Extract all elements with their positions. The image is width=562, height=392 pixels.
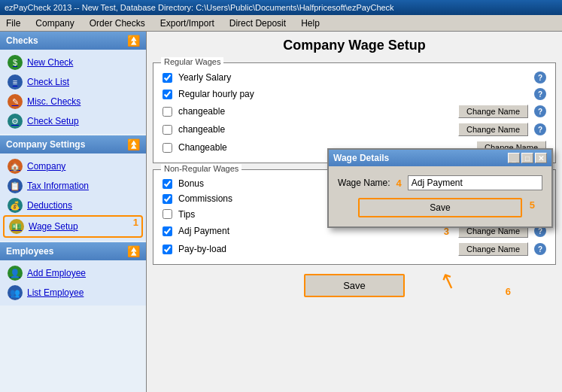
wage-row-pay-by-load: Pay-by-load Change Name ? [163,240,546,258]
annotation-5: 5 [530,199,535,211]
sidebar-item-company[interactable]: 🏠 Company [3,156,143,176]
sidebar-section-company-settings-header[interactable]: Company Settings ⏫ [0,135,146,153]
regular-hourly-help-icon[interactable]: ? [534,88,546,100]
content-area: Company Wage Setup Regular Wages Yearly … [147,32,562,392]
sidebar-item-tax-information[interactable]: 📋 Tax Information [3,176,143,196]
annotation-6: 6 [506,286,511,297]
wage-row-changeable1: changeable Change Name ? [163,102,546,120]
dialog-save-row: Save 5 [338,198,542,217]
regular-hourly-checkbox[interactable] [163,90,172,99]
wage-name-input[interactable] [408,175,542,190]
sidebar-item-wage-setup[interactable]: 💵 Wage Setup 1 [3,215,143,238]
dialog-field-row: Wage Name: 4 [338,175,542,190]
pay-by-load-checkbox[interactable] [163,245,172,254]
title-bar-text: ezPayCheck 2013 -- New Test, Database Di… [5,3,557,12]
wage-name-label: Wage Name: [338,178,390,188]
sidebar-item-check-setup[interactable]: ⚙ Check Setup [3,111,143,131]
employees-collapse-icon: ⏫ [127,245,140,257]
dialog-controls: _ □ ✕ [508,153,547,163]
checks-items: $ New Check ≡ Check List ✎ Misc. Checks … [0,50,146,134]
dialog-title: Wage Details [333,153,389,163]
page-title: Company Wage Setup [153,38,556,53]
pay-by-load-help-icon[interactable]: ? [534,243,546,255]
changeable1-checkbox[interactable] [163,107,172,117]
sidebar-item-misc-checks[interactable]: ✎ Misc. Checks [3,92,143,111]
pay-by-load-change-name-btn[interactable]: Change Name [458,242,528,256]
sidebar: Checks ⏫ $ New Check ≡ Check List ✎ Misc… [0,32,147,392]
dialog-save-button[interactable]: Save [358,198,522,217]
menu-direct-deposit[interactable]: Direct Deposit [226,17,289,29]
wage-row-regular-hourly: Regular hourly pay ? [163,86,546,102]
dialog-body: Wage Name: 4 Save 5 [329,166,551,226]
menu-bar: File Company Order Checks Export/Import … [0,15,562,32]
wage-details-dialog: Wage Details _ □ ✕ Wage Name: 4 Save 5 [327,148,553,228]
check-setup-icon: ⚙ [8,114,23,129]
wage-row-yearly-salary: Yearly Salary ? [163,69,546,86]
menu-order-checks[interactable]: Order Checks [87,17,148,29]
sidebar-section-checks: Checks ⏫ $ New Check ≡ Check List ✎ Misc… [0,32,146,134]
list-employee-icon: 👥 [8,285,23,300]
checks-collapse-icon: ⏫ [127,35,140,47]
sidebar-item-add-employee[interactable]: 👤 Add Employee [3,263,143,283]
changeable2-label: changeable [178,124,452,135]
changeable2-change-name-btn[interactable]: Change Name [458,123,528,136]
check-list-icon: ≡ [8,74,23,90]
non-regular-wages-label: Non-Regular Wages [161,164,242,173]
annotation-4: 4 [396,178,402,189]
wage-row-changeable2: changeable Change Name ? [163,120,546,138]
regular-hourly-label: Regular hourly pay [178,89,528,99]
sidebar-item-check-list[interactable]: ≡ Check List [3,72,143,92]
main-save-button[interactable]: Save [304,274,405,297]
save-area: Save 6 [153,274,556,297]
menu-company[interactable]: Company [32,17,77,29]
commissions-checkbox[interactable] [163,194,172,204]
sidebar-section-checks-header[interactable]: Checks ⏫ [0,32,146,50]
sidebar-section-employees: Employees ⏫ 👤 Add Employee 👥 List Employ… [0,242,146,305]
sidebar-item-list-employee[interactable]: 👥 List Employee [3,283,143,302]
wage-setup-icon: 💵 [9,219,24,234]
menu-help[interactable]: Help [298,17,323,29]
dialog-close-btn[interactable]: ✕ [535,153,547,163]
changeable3-checkbox[interactable] [163,143,172,153]
menu-export-import[interactable]: Export/Import [157,17,217,29]
tips-checkbox[interactable] [163,209,172,219]
company-settings-collapse-icon: ⏫ [127,138,140,150]
misc-checks-icon: ✎ [8,94,23,109]
company-icon: 🏠 [8,159,23,174]
add-employee-icon: 👤 [8,266,23,281]
new-check-icon: $ [8,55,23,70]
changeable2-help-icon[interactable]: ? [534,123,546,135]
yearly-salary-help-icon[interactable]: ? [534,71,546,84]
main-layout: Checks ⏫ $ New Check ≡ Check List ✎ Misc… [0,32,562,392]
changeable2-checkbox[interactable] [163,125,172,135]
adj-payment-checkbox[interactable] [163,226,172,236]
sidebar-item-new-check[interactable]: $ New Check [3,53,143,72]
changeable1-label: changeable [178,106,452,117]
employees-items: 👤 Add Employee 👥 List Employee [0,260,146,305]
menu-file[interactable]: File [3,17,23,29]
sidebar-item-deductions[interactable]: 💰 Deductions [3,196,143,215]
bonus-checkbox[interactable] [163,179,172,189]
annotation-1: 1 [133,217,138,228]
dialog-title-bar: Wage Details _ □ ✕ [329,150,551,166]
company-settings-items: 🏠 Company 📋 Tax Information 💰 Deductions… [0,153,146,241]
tax-info-icon: 📋 [8,178,23,193]
yearly-salary-label: Yearly Salary [178,72,528,83]
changeable1-help-icon[interactable]: ? [534,105,546,117]
sidebar-section-employees-header[interactable]: Employees ⏫ [0,242,146,260]
title-bar: ezPayCheck 2013 -- New Test, Database Di… [0,0,562,15]
dialog-restore-btn[interactable]: □ [521,153,533,163]
dialog-minimize-btn[interactable]: _ [508,153,520,163]
regular-wages-label: Regular Wages [161,57,223,66]
sidebar-section-company-settings: Company Settings ⏫ 🏠 Company 📋 Tax Infor… [0,135,146,241]
pay-by-load-label: Pay-by-load [178,244,452,254]
changeable1-change-name-btn[interactable]: Change Name [458,105,528,118]
yearly-salary-checkbox[interactable] [163,73,172,83]
deductions-icon: 💰 [8,198,23,213]
